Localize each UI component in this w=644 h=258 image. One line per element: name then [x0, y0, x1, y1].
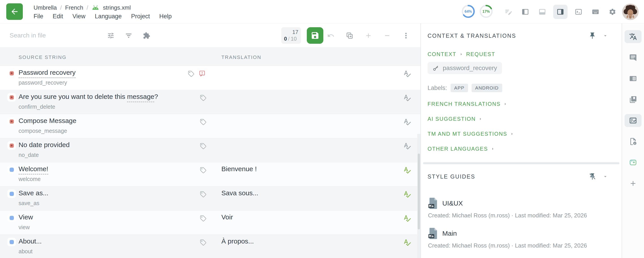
more-icon — [402, 32, 410, 39]
checklist-tab[interactable] — [624, 114, 642, 127]
style-guide-ui-ux[interactable]: UI&UXCreated: Michael Ross (m.ross) · La… — [428, 197, 587, 219]
translation-text: Sava sous... — [222, 189, 258, 197]
spellcheck-icon — [403, 142, 412, 150]
layout-right-button[interactable] — [553, 5, 568, 19]
section-label: AI SUGGESTION — [428, 116, 476, 122]
terminal-button[interactable] — [572, 6, 584, 18]
comments-tab[interactable] — [624, 51, 642, 64]
section-french-translations[interactable]: FRENCH TRANSLATIONS — [428, 101, 515, 107]
caret-right-icon — [459, 52, 464, 57]
context-panel-header: CONTEXT & TRANSLATIONS — [428, 32, 608, 39]
keyboard-icon — [592, 8, 599, 16]
add-button[interactable] — [362, 29, 374, 41]
menu-help[interactable]: Help — [159, 13, 172, 20]
section-other-languages[interactable]: OTHER LANGUAGES — [428, 145, 515, 152]
more-button[interactable] — [400, 29, 412, 41]
layout-bottom-button[interactable] — [536, 6, 548, 18]
save-button[interactable] — [307, 27, 323, 44]
undo-icon — [327, 32, 334, 39]
menu-language[interactable]: Language — [95, 13, 122, 20]
style-guides-title: STYLE GUIDES — [428, 173, 475, 180]
menu-view[interactable]: View — [72, 13, 86, 20]
settings-icon — [609, 8, 616, 16]
save-icon — [310, 31, 320, 40]
layout-left-button[interactable] — [519, 6, 531, 18]
string-key: compose_message — [18, 128, 67, 134]
keyboard-button[interactable] — [590, 6, 602, 18]
caret-down-icon[interactable] — [602, 174, 608, 179]
notes-edit-icon — [504, 8, 512, 16]
search-input[interactable] — [10, 23, 97, 47]
caret-down-icon[interactable] — [602, 33, 608, 39]
source-string: Are you sure you want to delete this mes… — [18, 93, 158, 101]
request-link[interactable]: REQUEST — [466, 51, 495, 57]
notes-edit-button[interactable] — [502, 6, 514, 18]
string-row-compose_message[interactable]: Compose Messagecompose_message — [0, 114, 420, 138]
svg-text:64%: 64% — [464, 9, 472, 13]
menu-file[interactable]: File — [34, 13, 44, 20]
style-guide-main[interactable]: MainCreated: Michael Ross (m.ross) · Las… — [428, 227, 587, 249]
menu-edit[interactable]: Edit — [53, 13, 63, 20]
string-key: welcome — [18, 176, 41, 182]
remove-icon — [384, 32, 391, 39]
pin-icon[interactable] — [588, 32, 596, 39]
main-body: 17 0 / 10 SOURCE STRING TRANSLATION Pass… — [0, 23, 644, 258]
tag-icon — [188, 71, 194, 77]
avatar[interactable] — [622, 3, 639, 20]
string-key: save_as — [18, 200, 39, 206]
remove-button[interactable] — [381, 29, 393, 41]
string-row-password_recovery[interactable]: Password recoverypassword_recovery — [0, 66, 420, 90]
menu-project[interactable]: Project — [131, 13, 150, 20]
source-string: Password recovery — [18, 69, 76, 76]
ai-assistant-tab[interactable] — [624, 156, 642, 169]
context-link[interactable]: CONTEXT — [428, 51, 456, 57]
scrollbar-thumb[interactable] — [418, 153, 420, 230]
untranslated-status-icon — [8, 141, 16, 150]
string-row-welcome[interactable]: Welcome!welcomeBienvenue ! — [0, 162, 420, 186]
panel-divider[interactable] — [423, 162, 620, 164]
breadcrumb-separator: / — [86, 4, 88, 11]
undo-button[interactable] — [325, 29, 337, 41]
tag-icon — [200, 215, 206, 222]
source-string: Welcome! — [18, 165, 48, 173]
string-row-view[interactable]: ViewviewVoir — [0, 210, 420, 235]
label-chip-android: ANDROID — [472, 84, 502, 92]
translate-tab[interactable] — [624, 30, 642, 43]
style-guides-header: STYLE GUIDES — [428, 173, 608, 180]
breadcrumb-file[interactable]: strings.xml — [103, 4, 130, 11]
comments-icon — [629, 54, 637, 62]
string-key-chip[interactable]: password_recovery — [428, 62, 502, 74]
caret-right-icon — [510, 131, 515, 136]
filter-icon — [125, 32, 132, 39]
add-panel-tab[interactable] — [624, 177, 642, 190]
string-row-confirm_delete[interactable]: Are you sure you want to delete this mes… — [0, 90, 420, 114]
filter-button[interactable] — [122, 29, 134, 41]
context-card-tab[interactable] — [624, 72, 642, 85]
string-row-save_as[interactable]: Save as...save_asSava sous... — [0, 186, 420, 210]
plugins-button[interactable] — [140, 29, 152, 41]
back-button[interactable] — [6, 3, 23, 20]
string-key: no_date — [18, 152, 39, 158]
settings-button[interactable] — [606, 6, 618, 18]
string-list: Password recoverypassword_recoveryAre yo… — [0, 66, 420, 258]
style-guide-name: Main — [442, 230, 457, 237]
translated-status-icon — [8, 214, 16, 222]
right-icon-strip — [622, 23, 644, 258]
source-string: About... — [18, 238, 42, 245]
duplicate-button[interactable] — [344, 29, 356, 41]
filter-settings-button[interactable] — [105, 29, 117, 41]
spellcheck-icon — [403, 238, 412, 246]
section-ai-suggestion[interactable]: AI SUGGESTION — [428, 116, 515, 122]
string-key: confirm_delete — [18, 104, 55, 110]
file-info-tab[interactable] — [624, 135, 642, 148]
back-arrow-icon — [10, 7, 19, 16]
breadcrumb-language[interactable]: French — [65, 4, 83, 11]
context-panel-title: CONTEXT & TRANSLATIONS — [428, 33, 516, 39]
unpin-icon[interactable] — [588, 173, 596, 180]
breadcrumb-project[interactable]: Umbrella — [34, 4, 57, 11]
string-row-about[interactable]: About...aboutÀ propos... — [0, 235, 420, 258]
svg-text:17%: 17% — [482, 9, 490, 13]
section-tm-and-mt-suggestions[interactable]: TM AND MT SUGGESTIONS — [428, 130, 515, 137]
bookmarks-tab[interactable] — [624, 93, 642, 106]
string-row-no_date[interactable]: No date providedno_date — [0, 138, 420, 162]
